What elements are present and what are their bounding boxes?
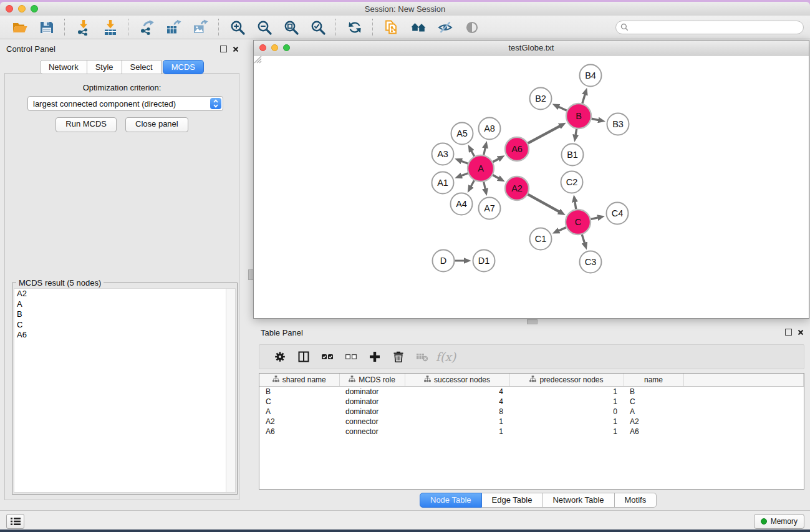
graph-node-B2[interactable]: B2 xyxy=(530,88,552,110)
tab-select[interactable]: Select xyxy=(122,60,162,74)
graph-edge-B-B4[interactable] xyxy=(582,94,586,104)
resize-grip-icon[interactable] xyxy=(254,56,262,64)
network-zoom-button[interactable] xyxy=(283,44,290,51)
table-cell[interactable]: dominator xyxy=(339,407,405,417)
table-cell[interactable]: A6 xyxy=(259,427,339,437)
export-network-icon[interactable] xyxy=(133,17,160,37)
float-panel-icon[interactable] xyxy=(220,46,227,52)
close-panel-icon[interactable] xyxy=(233,46,239,52)
graph-node-B4[interactable]: B4 xyxy=(580,65,602,87)
graph-node-A6[interactable]: A6 xyxy=(505,137,529,161)
graph-edge-A-A4[interactable] xyxy=(471,180,475,187)
graph-node-C[interactable]: C xyxy=(566,210,591,235)
graph-node-A3[interactable]: A3 xyxy=(432,143,454,165)
graph-edge-A-A7[interactable] xyxy=(484,181,486,190)
graph-edge-A-A5[interactable] xyxy=(471,150,474,157)
export-table-icon[interactable] xyxy=(160,17,187,37)
table-cell[interactable]: dominator xyxy=(339,397,405,407)
graph-edge-A-A1[interactable] xyxy=(461,173,468,176)
graph-node-C1[interactable]: C1 xyxy=(530,228,552,250)
zoom-selected-icon[interactable] xyxy=(304,17,331,37)
select-all-icon[interactable] xyxy=(316,347,339,366)
table-cell[interactable]: A xyxy=(624,407,683,417)
table-cell[interactable]: C xyxy=(259,397,339,407)
import-network-icon[interactable] xyxy=(70,17,97,37)
network-graph[interactable]: B4B2BB3A8A5A6A3B1AC2A1A2A4A7C4CC1C3DD1 xyxy=(254,56,809,318)
clone-network-icon[interactable] xyxy=(378,17,405,37)
task-history-button[interactable] xyxy=(6,514,24,529)
graph-edge-B-B3[interactable] xyxy=(592,118,600,120)
tab-mcds[interactable]: MCDS xyxy=(163,60,204,74)
table-cell[interactable]: 1 xyxy=(509,417,624,427)
import-table-icon[interactable] xyxy=(97,17,123,37)
run-mcds-button[interactable]: Run MCDS xyxy=(55,117,117,132)
tab-motifs[interactable]: Motifs xyxy=(615,493,657,508)
network-close-button[interactable] xyxy=(259,44,266,51)
table-cell[interactable]: 4 xyxy=(405,397,509,407)
mcds-result-item[interactable]: A xyxy=(14,299,235,310)
tab-node-table[interactable]: Node Table xyxy=(420,493,482,508)
table-cell[interactable]: A2 xyxy=(624,417,683,427)
network-minimize-button[interactable] xyxy=(271,44,278,51)
open-session-icon[interactable] xyxy=(6,17,33,37)
mcds-result-item[interactable]: A2 xyxy=(14,289,235,299)
graph-edge-B-B1[interactable] xyxy=(576,129,577,136)
zoom-in-icon[interactable] xyxy=(224,17,251,37)
graph-edge-A-A8[interactable] xyxy=(484,147,486,155)
table-cell[interactable]: 1 xyxy=(405,427,509,437)
graph-edge-C-C3[interactable] xyxy=(582,235,585,244)
graph-node-C3[interactable]: C3 xyxy=(580,251,602,273)
table-row[interactable]: A6connector11A6 xyxy=(259,427,804,437)
table-row[interactable]: Bdominator41B xyxy=(259,387,804,397)
mcds-result-item[interactable]: B xyxy=(14,309,235,320)
table-cell[interactable]: 1 xyxy=(509,397,624,407)
table-row[interactable]: Adominator80A xyxy=(259,407,804,417)
graph-edge-B-B2[interactable] xyxy=(558,107,567,111)
export-image-icon[interactable] xyxy=(187,17,214,37)
graph-edge-C-C2[interactable] xyxy=(575,201,576,209)
minimize-window-button[interactable] xyxy=(18,5,26,12)
graph-node-B1[interactable]: B1 xyxy=(562,144,584,166)
details-icon[interactable] xyxy=(458,17,485,37)
close-table-panel-icon[interactable] xyxy=(798,329,804,336)
network-canvas[interactable]: B4B2BB3A8A5A6A3B1AC2A1A2A4A7C4CC1C3DD1 xyxy=(254,56,809,318)
column-header-successor-nodes[interactable]: successor nodes xyxy=(405,374,509,387)
graph-edge-A-A6[interactable] xyxy=(493,158,499,162)
table-cell[interactable]: B xyxy=(259,387,339,397)
refresh-icon[interactable] xyxy=(341,17,368,37)
gear-icon[interactable] xyxy=(268,347,292,366)
column-header-predecessor-nodes[interactable]: predecessor nodes xyxy=(509,374,624,387)
delete-table-icon[interactable] xyxy=(410,347,434,366)
graph-node-D[interactable]: D xyxy=(433,250,455,272)
table-cell[interactable]: A6 xyxy=(624,427,683,437)
graph-edge-C-C4[interactable] xyxy=(591,218,599,220)
graph-node-A1[interactable]: A1 xyxy=(432,172,454,194)
graph-node-C4[interactable]: C4 xyxy=(607,203,629,225)
result-list-scrollbar[interactable] xyxy=(226,289,235,492)
close-window-button[interactable] xyxy=(6,5,13,12)
column-header-mcds-role[interactable]: MCDS role xyxy=(339,374,405,387)
horizontal-splitter-handle[interactable] xyxy=(527,319,538,324)
graph-node-D1[interactable]: D1 xyxy=(473,250,495,272)
graph-edge-A2-C[interactable] xyxy=(528,195,561,212)
table-row[interactable]: A2connector11A2 xyxy=(259,417,804,427)
zoom-window-button[interactable] xyxy=(31,5,38,12)
graph-node-A8[interactable]: A8 xyxy=(479,118,501,140)
close-panel-button[interactable]: Close panel xyxy=(125,117,188,132)
graph-node-A4[interactable]: A4 xyxy=(451,193,473,215)
hide-icon[interactable] xyxy=(432,17,458,37)
graph-node-B[interactable]: B xyxy=(566,104,591,128)
delete-column-icon[interactable] xyxy=(387,347,410,366)
column-header-shared-name[interactable]: shared name xyxy=(259,374,339,387)
save-session-icon[interactable] xyxy=(33,17,60,37)
table-cell[interactable]: connector xyxy=(339,427,405,437)
table-cell[interactable]: dominator xyxy=(339,387,405,397)
tab-edge-table[interactable]: Edge Table xyxy=(482,493,543,508)
graph-node-C2[interactable]: C2 xyxy=(561,172,583,193)
mcds-result-item[interactable]: A6 xyxy=(14,330,235,341)
mcds-result-list[interactable]: A2ABCA6 xyxy=(14,288,236,493)
tab-style[interactable]: Style xyxy=(87,60,122,74)
graph-edge-A-A3[interactable] xyxy=(461,161,468,163)
memory-button[interactable]: Memory xyxy=(754,514,804,529)
table-cell[interactable]: connector xyxy=(339,417,405,427)
